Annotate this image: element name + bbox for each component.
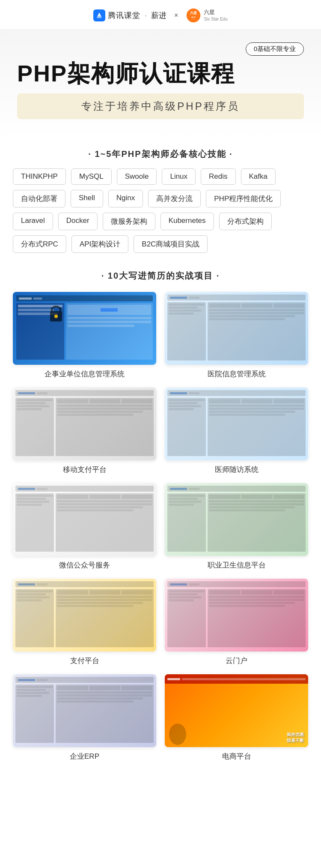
skill-tag: Docker — [58, 213, 98, 230]
skill-tag: 分布式架构 — [219, 213, 272, 230]
sixstar-logo: 六星 教育 六星 Six Star Edu — [186, 8, 228, 23]
project-name: 移动支付平台 — [63, 465, 107, 475]
project-name: 电商平台 — [222, 751, 251, 761]
project-thumbnail — [13, 579, 156, 652]
project-item: 医师随访系统 — [165, 387, 308, 475]
skill-tag: Laravel — [13, 213, 53, 230]
skill-tag: PHP程序性能优化 — [206, 190, 281, 207]
tencent-text: 腾讯课堂 — [108, 10, 140, 21]
project-item: 移动支付平台 — [13, 387, 156, 475]
project-thumbnail — [13, 483, 156, 556]
project-item: 职业卫生信息平台 — [165, 483, 308, 570]
project-name: 云门户 — [226, 656, 247, 666]
projects-label: · 10大写进简历的实战项目 · — [13, 270, 308, 282]
sixstar-svg-icon: 六星 教育 — [186, 8, 201, 23]
tags-container: THINKPHPMySQLSwooleLinuxRedisKafka自动化部署S… — [13, 168, 308, 253]
sixstar-text: 六星 Six Star Edu — [204, 9, 228, 22]
project-name: 企业ERP — [70, 751, 99, 761]
project-thumbnail — [165, 579, 308, 652]
header-logos: 腾讯课堂 · 薪进 × 六星 教育 六星 Six Star Edu — [93, 8, 228, 23]
project-thumbnail — [165, 292, 308, 365]
dot-separator: · — [145, 11, 147, 20]
skill-tag: 自动化部署 — [13, 190, 65, 207]
project-name: 医院信息管理系统 — [208, 369, 266, 379]
skills-section: · 1~5年PHP架构师必备核心技能 · THINKPHPMySQLSwoole… — [0, 140, 321, 257]
xinxuan-text: 薪进 — [151, 10, 166, 21]
skill-tag: Redis — [201, 168, 235, 185]
svg-marker-0 — [97, 12, 101, 17]
skill-tag: Kafka — [241, 168, 276, 185]
svg-text:六星: 六星 — [190, 11, 197, 15]
project-item: 支付平台 — [13, 579, 156, 666]
project-name: 支付平台 — [70, 656, 99, 666]
tencent-icon — [93, 9, 105, 21]
projects-section: · 10大写进简历的实战项目 · — [0, 257, 321, 770]
skill-tag: Kubernetes — [160, 213, 214, 230]
hero-title: PHP架构师认证课程 — [17, 60, 304, 87]
project-thumbnail — [165, 483, 308, 556]
project-item: 医院信息管理系统 — [165, 292, 308, 379]
zero-basis-badge: 0基础不限专业 — [246, 42, 304, 56]
skill-tag: Linux — [162, 168, 196, 185]
skill-tag: 分布式RPC — [13, 235, 66, 253]
project-item: 企事业单位信息管理系统 — [13, 292, 156, 379]
project-item: 微信公众号服务 — [13, 483, 156, 570]
project-item: 疯抢优惠 惊喜不断 电商平台 — [165, 674, 308, 761]
project-thumbnail — [13, 292, 156, 365]
skills-label: · 1~5年PHP架构师必备核心技能 · — [13, 148, 308, 160]
skill-tag: API架构设计 — [71, 235, 128, 253]
skill-tag: THINKPHP — [13, 168, 66, 185]
cross-icon: × — [174, 12, 178, 19]
project-name: 企事业单位信息管理系统 — [45, 369, 125, 379]
svg-point-2 — [187, 9, 200, 22]
projects-grid: 企事业单位信息管理系统 — [13, 292, 308, 761]
skill-tag: B2C商城项目实战 — [134, 235, 208, 253]
skill-tag: Nginx — [108, 190, 143, 207]
project-thumbnail — [13, 674, 156, 747]
hero-section: 0基础不限专业 PHP架构师认证课程 专注于培养中高级PHP程序员 — [0, 30, 321, 140]
project-item: 云门户 — [165, 579, 308, 666]
skill-tag: Shell — [71, 190, 103, 207]
skill-tag: MySQL — [71, 168, 112, 185]
svg-text:教育: 教育 — [191, 16, 196, 18]
tencent-logo: 腾讯课堂 · 薪进 — [93, 9, 166, 21]
project-name: 微信公众号服务 — [59, 560, 110, 570]
skill-tag: 微服务架构 — [103, 213, 155, 230]
project-name: 职业卫生信息平台 — [208, 560, 266, 570]
project-item: 企业ERP — [13, 674, 156, 761]
skill-tag: Swoole — [117, 168, 157, 185]
badge-row: 0基础不限专业 — [17, 42, 304, 56]
project-thumbnail — [165, 387, 308, 460]
svg-rect-1 — [97, 17, 102, 18]
project-thumbnail — [13, 387, 156, 460]
hero-subtitle: 专注于培养中高级PHP程序员 — [17, 93, 304, 119]
svg-point-6 — [54, 315, 58, 318]
project-name: 医师随访系统 — [215, 465, 259, 475]
header: 腾讯课堂 · 薪进 × 六星 教育 六星 Six Star Edu — [0, 0, 321, 30]
skill-tag: 高并发分流 — [148, 190, 201, 207]
project-thumbnail: 疯抢优惠 惊喜不断 — [165, 674, 308, 747]
